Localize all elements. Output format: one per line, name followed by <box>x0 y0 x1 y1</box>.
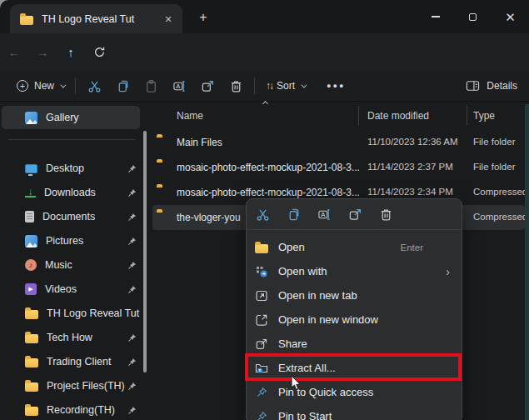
open-with-icon <box>255 265 268 278</box>
menu-item-pin-to-start[interactable]: Pin to Start <box>247 404 462 420</box>
cut-icon <box>256 208 270 222</box>
new-tab-icon <box>255 289 268 302</box>
explorer-tab[interactable]: TH Logo Reveal Tut × <box>10 4 182 33</box>
maximize-button[interactable] <box>454 0 492 33</box>
sidebar-item-gallery[interactable]: Gallery <box>2 106 140 129</box>
context-menu: A Open Enter Open with › <box>246 198 462 420</box>
pin-icon <box>127 237 137 246</box>
sidebar-item-trading-client[interactable]: Trading Client <box>0 350 142 373</box>
copy-button[interactable] <box>108 74 137 98</box>
pin-icon <box>127 358 137 367</box>
close-button[interactable]: ✕ <box>492 0 529 33</box>
forward-button[interactable]: → <box>28 40 57 65</box>
desktop-icon <box>25 164 37 173</box>
folder-icon <box>25 358 38 368</box>
new-window-icon <box>255 313 268 327</box>
trash-icon <box>379 208 393 222</box>
plus-circle-icon: + <box>17 80 28 92</box>
file-type: Compressed ( <box>473 187 525 197</box>
sort-button[interactable]: ↑↓ Sort <box>259 74 312 98</box>
cut-icon <box>87 79 102 93</box>
downloads-icon: ↓ <box>25 188 36 198</box>
rename-icon: A <box>317 208 332 222</box>
folder-icon <box>20 16 33 25</box>
sidebar-item-tech-how[interactable]: Tech How <box>0 326 142 349</box>
menu-item-label: Open in new tab <box>278 289 452 302</box>
minimize-button[interactable] <box>417 0 454 33</box>
pin-icon <box>127 188 137 198</box>
tab-close-icon[interactable]: × <box>161 12 176 27</box>
share-button[interactable] <box>347 206 363 222</box>
ellipsis-icon: ●●● <box>327 82 345 90</box>
paste-button[interactable] <box>137 74 165 98</box>
paste-icon <box>144 79 158 93</box>
cut-button[interactable] <box>80 74 108 98</box>
sidebar-item-project-files-th[interactable]: Project Files(TH) <box>0 374 142 398</box>
column-divider[interactable] <box>467 106 467 126</box>
mouse-cursor <box>290 375 302 392</box>
up-button[interactable]: ↑ <box>57 40 85 65</box>
new-tab-button[interactable]: + <box>195 9 212 26</box>
column-header-date-modified[interactable]: Date modified <box>367 110 429 122</box>
details-button[interactable]: Details <box>466 74 517 98</box>
sidebar-item-documents[interactable]: Documents <box>0 205 142 228</box>
share-button[interactable] <box>193 74 222 98</box>
filelist-scrollbar[interactable] <box>525 104 529 420</box>
rename-button[interactable]: A <box>165 74 193 98</box>
sidebar-item-videos[interactable]: ▶ Videos <box>0 278 142 301</box>
column-header-type[interactable]: Type <box>473 110 495 122</box>
toolbar-divider <box>75 78 76 94</box>
sidebar-item-label: Tech How <box>47 332 127 343</box>
sort-ascending-icon <box>262 101 268 107</box>
sidebar-item-label: Trading Client <box>47 356 127 368</box>
menu-item-open-in-new-tab[interactable]: Open in new tab <box>247 283 462 308</box>
submenu-chevron-icon: › <box>446 265 450 278</box>
sidebar-item-desktop[interactable]: Desktop <box>0 157 142 180</box>
pin-icon <box>127 406 137 415</box>
see-more-button[interactable]: ●●● <box>320 74 352 98</box>
pin-icon <box>127 212 137 222</box>
file-type: File folder <box>473 162 525 172</box>
copy-icon <box>287 208 301 222</box>
back-button[interactable]: ← <box>0 40 28 65</box>
sidebar-item-th-logo-reveal-tut[interactable]: TH Logo Reveal Tut <box>0 302 142 325</box>
rename-button[interactable]: A <box>316 206 332 222</box>
delete-button[interactable] <box>222 74 250 98</box>
menu-item-open-in-new-window[interactable]: Open in new window <box>247 308 462 332</box>
menu-item-share[interactable]: Share <box>247 332 462 356</box>
new-button[interactable]: + New <box>10 74 71 98</box>
column-divider[interactable] <box>358 106 359 126</box>
file-row-main-files[interactable]: Main Files 11/10/2023 12:36 AM File fold… <box>152 130 525 155</box>
sidebar-item-recording-th[interactable]: Recording(TH) <box>0 398 142 420</box>
file-explorer-window: TH Logo Reveal Tut × + ✕ ← → ↑ › ••• TH … <box>0 0 529 420</box>
menu-item-open-with[interactable]: Open with › <box>247 259 462 283</box>
sidebar-item-music[interactable]: ♪ Music <box>0 253 142 277</box>
minimize-icon <box>432 16 440 17</box>
menu-item-pin-to-quick-access[interactable]: Pin to Quick access <box>247 380 462 404</box>
command-bar: + New A ↑↓ Sort ●●● <box>0 71 529 102</box>
folder-icon <box>25 382 38 392</box>
folder-icon <box>25 310 38 319</box>
cut-button[interactable] <box>254 206 271 222</box>
navigation-bar: ← → ↑ › ••• TH Logo Reveal Tut › Search … <box>0 33 529 71</box>
sidebar-item-pictures[interactable]: Pictures <box>0 229 142 252</box>
sidebar-scrollbar[interactable] <box>143 131 147 372</box>
share-icon <box>348 208 362 222</box>
file-row-mosaic-folder[interactable]: mosaic-photo-effect-mockup-2021-08-3... … <box>152 155 525 180</box>
refresh-button[interactable] <box>85 40 113 65</box>
toolbar-divider <box>254 78 255 94</box>
sidebar-item-label: Videos <box>45 283 127 295</box>
menu-item-open[interactable]: Open Enter <box>247 235 462 259</box>
sidebar-item-downloads[interactable]: ↓ Downloads <box>0 181 142 204</box>
pin-icon <box>127 164 137 173</box>
column-header-name[interactable]: Name <box>177 110 203 122</box>
sidebar-item-label: Music <box>45 259 127 271</box>
context-menu-icon-row: A <box>247 199 462 229</box>
delete-button[interactable] <box>377 206 394 222</box>
copy-button[interactable] <box>285 206 302 222</box>
details-button-label: Details <box>487 80 517 92</box>
pin-icon <box>127 382 137 391</box>
pictures-icon <box>25 235 37 248</box>
tab-title: TH Logo Reveal Tut <box>42 13 161 25</box>
pin-icon <box>127 333 137 342</box>
